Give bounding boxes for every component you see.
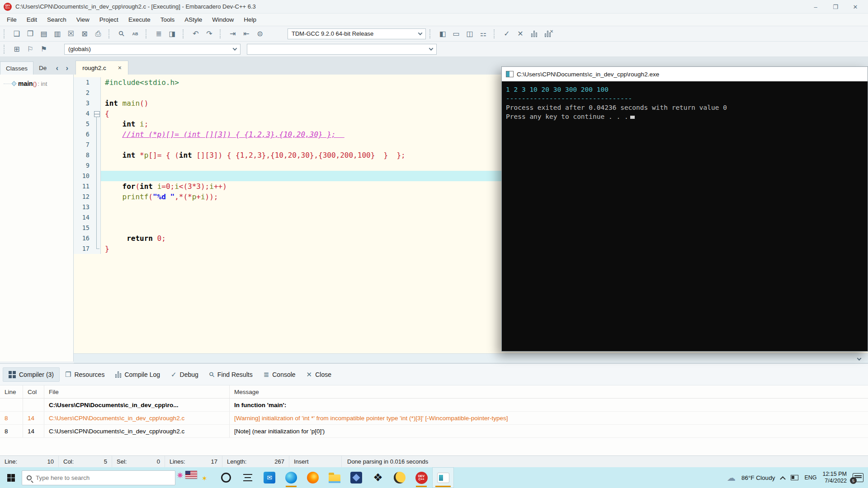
mail-button[interactable]: ✉: [259, 467, 280, 488]
menu-search[interactable]: Search: [42, 14, 71, 26]
message-row[interactable]: 814C:\Users\CPN\Documents\c_in_dev_cpp\r…: [0, 425, 868, 438]
abort-compilation-button[interactable]: ✕: [514, 28, 527, 40]
layout-report-button[interactable]: ◫: [463, 28, 476, 40]
toolbar-drag-handle[interactable]: [429, 29, 433, 38]
taskbar-search[interactable]: [22, 470, 175, 485]
tray-expand-icon[interactable]: [780, 476, 786, 482]
edge-button[interactable]: [280, 467, 302, 488]
scope-select[interactable]: (globals): [64, 44, 241, 55]
scroll-down-button[interactable]: [854, 355, 864, 362]
menu-project[interactable]: Project: [94, 14, 123, 26]
tab-debug[interactable]: De: [33, 61, 52, 75]
toolbar-drag-handle[interactable]: [183, 29, 186, 38]
weather-text[interactable]: 86°F Cloudy: [741, 474, 775, 481]
tab-debug[interactable]: ✓ Debug: [165, 367, 204, 382]
mail-icon: ✉: [264, 472, 275, 483]
close-all-button[interactable]: ⊠: [78, 28, 91, 40]
menu-execute[interactable]: Execute: [123, 14, 156, 26]
tab-find-results[interactable]: ⚲ Find Results: [204, 367, 258, 382]
outdent-button[interactable]: ⇤: [240, 28, 253, 40]
redo-button[interactable]: ↷: [203, 28, 216, 40]
task-view-button[interactable]: [237, 467, 259, 488]
toolbar-drag-handle[interactable]: [220, 29, 223, 38]
dropbox-button[interactable]: ❖: [367, 467, 389, 488]
console-titlebar[interactable]: C:\Users\CPN\Documents\c_in_dev_cpp\roug…: [502, 67, 868, 81]
layout-full-button[interactable]: ▭: [449, 28, 463, 40]
editor-bottom-scrollbar[interactable]: [74, 353, 868, 363]
compiler-profile-select[interactable]: TDM-GCC 9.2.0 64-bit Release: [288, 28, 426, 39]
comment-button[interactable]: ⊜: [253, 28, 267, 40]
goto-line-button[interactable]: ≣: [152, 28, 165, 40]
line-number: 8: [74, 150, 93, 160]
class-tree-item-main[interactable]: main () : int: [0, 75, 73, 87]
tab-resources[interactable]: ❐ Resources: [60, 367, 110, 382]
editor-tab-rough2[interactable]: rough2.c ×: [75, 61, 128, 75]
tab-scroll-right[interactable]: ›: [62, 61, 72, 75]
toolbar-drag-handle[interactable]: [146, 29, 149, 38]
function-return-type: : int: [38, 80, 47, 87]
start-button[interactable]: [0, 467, 22, 488]
swap-header-source-button[interactable]: ◨: [165, 28, 179, 40]
clock[interactable]: 12:15 PM 7/4/2022: [822, 471, 847, 484]
insert-snippet-button[interactable]: ⊞: [10, 43, 24, 55]
save-button[interactable]: ▤: [37, 28, 51, 40]
cortana-button[interactable]: [215, 467, 237, 488]
restore-button[interactable]: ❐: [826, 0, 845, 14]
toolbar-drag-handle[interactable]: [4, 29, 7, 38]
profile-analysis-button[interactable]: [527, 28, 541, 40]
function-parens: (): [33, 80, 37, 87]
menu-edit[interactable]: Edit: [22, 14, 42, 26]
message-row[interactable]: 814C:\Users\CPN\Documents\c_in_dev_cpp\r…: [0, 412, 868, 425]
file-explorer-button[interactable]: [324, 467, 345, 488]
tab-classes[interactable]: Classes: [0, 61, 33, 75]
menu-window[interactable]: Window: [207, 14, 239, 26]
layout-window-button[interactable]: ◧: [436, 28, 449, 40]
member-select[interactable]: [247, 44, 437, 55]
language-indicator[interactable]: ENG: [804, 474, 816, 481]
devcpp-taskbar-button[interactable]: DEVC++: [410, 467, 432, 488]
toggle-bookmark-button[interactable]: ⚐: [24, 43, 37, 55]
save-all-button[interactable]: ▥: [51, 28, 64, 40]
toolbar-drag-handle[interactable]: [108, 29, 112, 38]
menu-file[interactable]: File: [2, 14, 22, 26]
console-taskbar-button[interactable]: [432, 467, 454, 488]
undo-button[interactable]: ↶: [189, 28, 203, 40]
tab-close-panel[interactable]: ✕ Close: [301, 367, 337, 382]
menu-help[interactable]: Help: [239, 14, 261, 26]
print-button[interactable]: ⎙: [91, 28, 105, 40]
menu-astyle[interactable]: AStyle: [179, 14, 207, 26]
yellow-app-button[interactable]: [389, 467, 410, 488]
minimize-button[interactable]: –: [806, 0, 826, 14]
toolbar-drag-handle[interactable]: [494, 29, 497, 38]
tab-scroll-left[interactable]: ‹: [52, 61, 62, 75]
goto-bookmark-button[interactable]: ⚑: [37, 43, 51, 55]
console-window[interactable]: C:\Users\CPN\Documents\c_in_dev_cpp\roug…: [501, 66, 868, 352]
tab-console[interactable]: ≣ Console: [258, 367, 301, 382]
new-file-button[interactable]: ❑: [10, 28, 24, 40]
delete-profiling-button[interactable]: [541, 28, 554, 40]
tab-compiler[interactable]: Compiler (3): [3, 367, 60, 382]
firefox-button[interactable]: [302, 467, 324, 488]
console-output[interactable]: 1 2 3 10 20 30 300 200 100--------------…: [502, 81, 868, 351]
syntax-check-button[interactable]: ✓: [500, 28, 514, 40]
device-icon[interactable]: [791, 475, 798, 480]
close-file-button[interactable]: ☒: [64, 28, 78, 40]
app-window: DEV C++ C:\Users\CPN\Documents\c_in_dev_…: [0, 0, 868, 488]
search-input[interactable]: [36, 474, 140, 481]
notification-center-button[interactable]: 5: [853, 473, 863, 482]
toolbar-drag-handle[interactable]: [4, 45, 7, 54]
close-button[interactable]: ✕: [845, 0, 865, 14]
message-row[interactable]: C:\Users\CPN\Documents\c_in_dev_cpp\ro..…: [0, 399, 868, 412]
layout-panels-button[interactable]: ⚏: [476, 28, 490, 40]
menu-view[interactable]: View: [71, 14, 94, 26]
indent-button[interactable]: ⇥: [226, 28, 240, 40]
tab-close-icon[interactable]: ×: [118, 64, 122, 71]
replace-button[interactable]: AB: [128, 28, 142, 40]
photos-app-button[interactable]: [345, 467, 367, 488]
tab-compile-log[interactable]: Compile Log: [110, 368, 165, 381]
fold-marker[interactable]: [93, 108, 101, 119]
messages-header-row: Line Col File Message: [0, 385, 868, 399]
open-file-button[interactable]: ❐: [24, 28, 37, 40]
menu-tools[interactable]: Tools: [156, 14, 180, 26]
find-button[interactable]: ⚲: [115, 28, 128, 40]
